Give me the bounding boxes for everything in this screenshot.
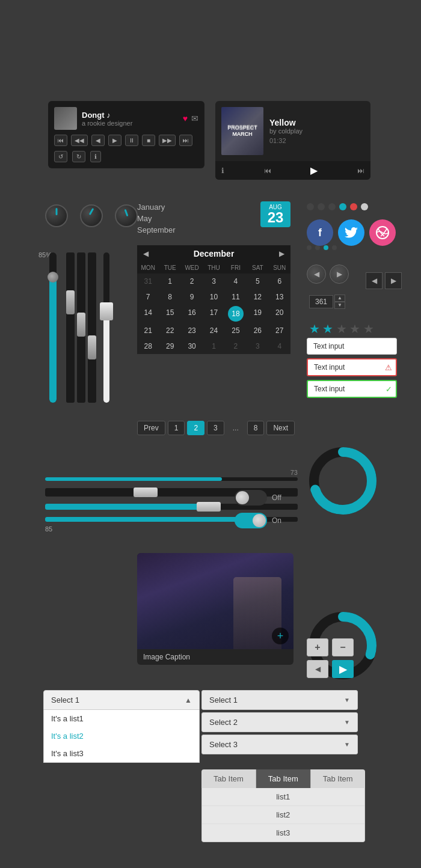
dribbble-btn[interactable] — [369, 219, 396, 246]
dot-5-pink[interactable] — [350, 203, 357, 210]
spinner-value[interactable] — [309, 295, 333, 308]
cal-cell[interactable]: 13 — [269, 289, 290, 305]
cal-cell[interactable]: 2 — [181, 274, 203, 289]
page-2-btn[interactable]: 2 — [187, 421, 204, 435]
minus-btn[interactable]: − — [332, 638, 354, 656]
stop-btn[interactable]: ■ — [142, 135, 155, 146]
vert-slider-thumb[interactable] — [48, 272, 58, 283]
tab-item-1[interactable]: Tab Item — [201, 769, 256, 788]
page-1-btn[interactable]: 1 — [168, 421, 185, 435]
cal-cell[interactable]: 30 — [181, 338, 203, 354]
twitter-btn[interactable] — [338, 219, 364, 246]
dropdown-2-row-1[interactable]: Select 1 ▼ — [201, 690, 358, 710]
cal-cell[interactable]: 26 — [247, 323, 268, 338]
cal-cell[interactable]: 25 — [225, 323, 247, 338]
cal-cell[interactable]: 22 — [159, 323, 180, 338]
knob-3[interactable] — [115, 204, 138, 227]
eq-handle-3[interactable] — [88, 335, 96, 359]
cal-cell[interactable]: 12 — [247, 289, 268, 305]
heart-icon[interactable]: ♥ — [183, 114, 188, 123]
white-vertical-slider[interactable] — [103, 252, 109, 403]
next-next-btn[interactable]: ⏭ — [179, 135, 192, 146]
cal-prev-btn[interactable]: ◀ — [143, 249, 149, 258]
spin-up-btn[interactable]: ▲ — [334, 295, 345, 302]
cal-cell[interactable]: 16 — [181, 305, 203, 323]
dot-1[interactable] — [307, 203, 314, 210]
arrow-right-2[interactable]: ▶ — [385, 272, 402, 289]
dot-4-active[interactable] — [339, 203, 346, 210]
info-btn[interactable]: ℹ — [90, 151, 101, 162]
knob-2[interactable] — [80, 204, 103, 227]
cal-cell[interactable]: 6 — [269, 274, 290, 289]
p2-play-btn[interactable]: ▶ — [310, 165, 318, 176]
dropdown-2-row-2[interactable]: Select 2 ▼ — [201, 712, 358, 732]
cal-cell[interactable]: 8 — [159, 289, 180, 305]
dd-item-1[interactable]: It's a list1 — [44, 710, 199, 727]
cal-cell[interactable]: 29 — [159, 338, 180, 354]
progress-slider[interactable] — [45, 477, 298, 481]
image-add-btn[interactable]: + — [272, 628, 289, 644]
cal-cell[interactable]: 31 — [137, 274, 159, 289]
dot-2[interactable] — [318, 203, 325, 210]
fast-forward-btn[interactable]: ▶▶ — [159, 135, 176, 146]
month-january[interactable]: January — [137, 201, 176, 213]
arrow-right-btn[interactable]: ▶ — [330, 264, 349, 284]
cal-cell[interactable]: 1 — [203, 338, 224, 354]
cal-cell[interactable]: 15 — [159, 305, 180, 323]
cal-cell[interactable]: 27 — [269, 323, 290, 338]
p2-info-icon[interactable]: ℹ — [221, 167, 224, 175]
eq-bar-2[interactable] — [77, 252, 85, 403]
play-btn[interactable]: ▶ — [108, 135, 121, 146]
knob-1[interactable] — [45, 204, 68, 227]
p2-next-btn[interactable]: ⏭ — [357, 167, 364, 175]
cal-cell[interactable]: 17 — [203, 305, 224, 323]
p2-prev-btn[interactable]: ⏮ — [264, 167, 271, 175]
pause-btn[interactable]: ⏸ — [125, 135, 138, 146]
text-input-1[interactable] — [307, 338, 397, 355]
arrow-left-2[interactable]: ◀ — [366, 272, 383, 289]
spin-down-btn[interactable]: ▼ — [334, 302, 345, 309]
page-8-btn[interactable]: 8 — [247, 421, 265, 435]
cal-cell[interactable]: 24 — [203, 323, 224, 338]
tab-list-item-1[interactable]: list1 — [202, 788, 364, 806]
page-3-btn[interactable]: 3 — [207, 421, 224, 435]
text-input-success[interactable] — [307, 380, 397, 398]
left-btn[interactable]: ◀ — [307, 660, 328, 678]
cal-next-btn[interactable]: ▶ — [279, 249, 284, 258]
range-handle[interactable] — [134, 487, 158, 497]
dd-item-3[interactable]: It's a list3 — [44, 745, 199, 762]
dot-sm-2[interactable] — [315, 245, 320, 250]
vertical-slider[interactable] — [49, 252, 57, 403]
cal-cell[interactable]: 1 — [159, 274, 180, 289]
star-4[interactable]: ★ — [349, 322, 360, 335]
white-vert-thumb[interactable] — [100, 302, 113, 320]
eq-bar-3[interactable] — [88, 252, 96, 403]
eq-handle-2[interactable] — [77, 313, 85, 337]
tab-list-item-3[interactable]: list3 — [202, 824, 364, 842]
cal-cell[interactable]: 3 — [247, 338, 268, 354]
dot-sm-1[interactable] — [307, 245, 312, 250]
star-5[interactable]: ★ — [363, 322, 374, 335]
right-btn[interactable]: ▶ — [332, 660, 354, 678]
slider-handle-2[interactable] — [197, 502, 221, 512]
star-1[interactable]: ★ — [309, 322, 320, 335]
dot-sm-3-active[interactable] — [324, 245, 328, 250]
tab-item-2-active[interactable]: Tab Item — [256, 769, 311, 788]
dropdown-1-header[interactable]: Select 1 ▲ — [43, 690, 200, 710]
text-input-error[interactable] — [307, 358, 397, 376]
page-next-btn[interactable]: Next — [266, 421, 295, 435]
step-back-btn[interactable]: ◀ — [91, 135, 105, 146]
page-prev-btn[interactable]: Prev — [137, 421, 165, 435]
toggle-1[interactable] — [235, 490, 267, 506]
cal-cell-today[interactable]: 18 — [228, 306, 244, 322]
cal-cell[interactable]: 23 — [181, 323, 203, 338]
eq-handle-1[interactable] — [66, 290, 75, 314]
toggle-2[interactable] — [235, 513, 267, 528]
cal-cell[interactable]: 3 — [203, 274, 224, 289]
cal-cell[interactable]: 2 — [225, 338, 247, 354]
cal-cell[interactable]: 4 — [269, 338, 290, 354]
cal-cell[interactable]: 21 — [137, 323, 159, 338]
arrow-left-btn[interactable]: ◀ — [307, 264, 326, 284]
cal-cell[interactable]: 9 — [181, 289, 203, 305]
dot-sm-4[interactable] — [332, 245, 337, 250]
